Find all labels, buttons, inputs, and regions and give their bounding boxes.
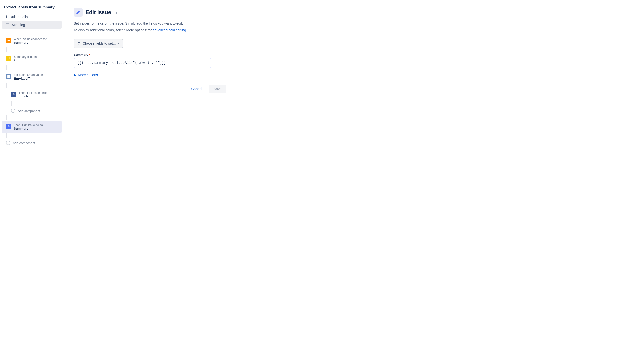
sidebar-divider	[0, 32, 64, 32]
ellipsis-button[interactable]: ···	[214, 59, 221, 66]
gear-icon: ⚙	[78, 41, 80, 46]
advanced-field-editing-link[interactable]: advanced field editing	[153, 28, 186, 32]
summary-input[interactable]	[74, 58, 212, 68]
then-labels-value: Labels	[19, 94, 58, 98]
sidebar: Extract labels from summary ℹ Rule detai…	[0, 0, 64, 360]
save-button[interactable]: Save	[209, 85, 226, 93]
sidebar-title: Extract labels from summary	[0, 5, 64, 13]
when-step-value: Summary	[14, 41, 58, 44]
add-component-inner[interactable]: Add component	[7, 107, 62, 115]
sidebar-step-then-summary[interactable]: ✎ Then: Edit issue fields Summary	[2, 121, 62, 133]
connector-line-5	[6, 115, 7, 120]
choose-fields-button[interactable]: ⚙ Choose fields to set... ▾	[74, 39, 123, 48]
then-labels-step-text: Then: Edit issue fields Labels	[19, 91, 58, 98]
delete-icon[interactable]: 🗑	[115, 10, 119, 14]
more-options-row[interactable]: ▶ More options	[74, 73, 634, 77]
required-marker: *	[88, 53, 90, 56]
when-step-icon: ⇌	[6, 38, 11, 43]
choose-fields-label: Choose fields to set...	[82, 41, 116, 45]
sidebar-nav-audit-log[interactable]: ☰ Audit log	[2, 21, 62, 29]
sidebar-nav-rule-details-label: Rule details	[10, 15, 28, 19]
chevron-right-icon: ▶	[74, 73, 76, 77]
edit-issue-icon-box	[74, 8, 82, 17]
description-suffix: .	[187, 28, 188, 32]
sidebar-step-summary-contains[interactable]: ⇄ Summary contains #	[2, 53, 62, 65]
summary-contains-step-icon: ⇄	[6, 56, 11, 61]
for-each-value: {{mylabel}}	[14, 77, 58, 80]
then-summary-step-icon: ✎	[6, 124, 11, 129]
chevron-down-icon: ▾	[118, 42, 119, 45]
then-summary-step-text: Then: Edit issue fields Summary	[14, 123, 58, 130]
add-component-outer-icon	[6, 141, 10, 145]
then-summary-label: Then: Edit issue fields	[14, 123, 58, 127]
add-component-inner-label: Add component	[18, 109, 40, 113]
sidebar-step-then-labels[interactable]: ✎ Then: Edit issue fields Labels	[7, 89, 62, 101]
more-options-label: More options	[78, 73, 98, 77]
connector-line-3	[6, 83, 7, 88]
when-step-text: When: Value changes for Summary	[14, 37, 58, 44]
sidebar-step-when[interactable]: ⇌ When: Value changes for Summary	[2, 35, 62, 47]
action-buttons: Cancel Save	[74, 85, 226, 93]
cancel-button[interactable]: Cancel	[187, 85, 206, 93]
connector-line-2	[6, 65, 7, 70]
summary-contains-label: Summary contains	[14, 55, 58, 59]
summary-field-container: Summary * ···	[74, 53, 634, 68]
main-content: Edit issue 🗑 Set values for fields on th…	[64, 0, 644, 360]
description-text-2: To display additional fields, select 'Mo…	[74, 27, 634, 33]
connector-line-6	[6, 133, 7, 138]
when-step-label: When: Value changes for	[14, 37, 58, 41]
pencil-icon	[76, 10, 80, 14]
connector-line-1	[6, 47, 7, 52]
description-text-1: Set values for fields on the issue. Simp…	[74, 21, 634, 26]
for-each-label: For each: Smart value	[14, 73, 58, 77]
summary-field-label: Summary *	[74, 53, 634, 56]
audit-log-icon: ☰	[6, 23, 9, 27]
for-each-step-text: For each: Smart value {{mylabel}}	[14, 73, 58, 80]
summary-contains-value: #	[14, 59, 58, 62]
summary-contains-step-text: Summary contains #	[14, 55, 58, 62]
then-labels-label: Then: Edit issue fields	[19, 91, 58, 94]
add-component-outer[interactable]: Add component	[2, 139, 62, 147]
then-labels-step-icon: ✎	[11, 92, 16, 97]
edit-issue-title: Edit issue	[86, 9, 111, 15]
rule-details-icon: ℹ	[6, 15, 7, 19]
add-component-inner-icon	[11, 108, 15, 113]
sidebar-nav-audit-log-label: Audit log	[12, 23, 25, 27]
connector-line-4	[11, 101, 12, 106]
description-prefix: To display additional fields, select 'Mo…	[74, 28, 153, 32]
for-each-step-icon: ☰	[6, 74, 11, 79]
summary-input-row: ···	[74, 58, 634, 68]
edit-issue-header: Edit issue 🗑	[74, 8, 634, 17]
then-summary-value: Summary	[14, 127, 58, 130]
add-component-outer-label: Add component	[13, 141, 35, 145]
sidebar-nav-rule-details[interactable]: ℹ Rule details	[2, 13, 62, 21]
sidebar-step-for-each[interactable]: ☰ For each: Smart value {{mylabel}}	[2, 71, 62, 83]
